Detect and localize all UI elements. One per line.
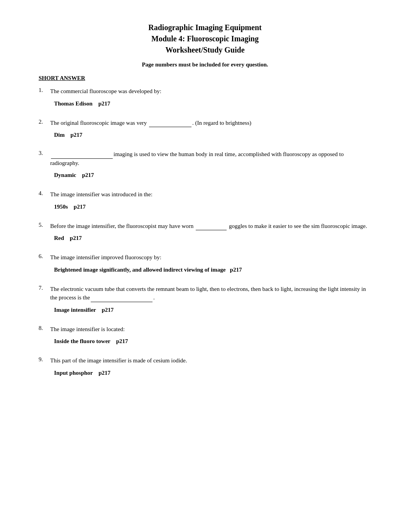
question-item-2: 2. The original fluoroscopic image was v…	[39, 119, 371, 143]
answer-row-5: Red p217	[54, 235, 371, 241]
question-text-7: The electronic vacuum tube that converts…	[50, 285, 371, 302]
question-row-5: 5. Before the image intensifier, the flu…	[39, 222, 371, 231]
sub-title: Module 4: Fluoroscopic Imaging	[39, 34, 371, 43]
answer-row-8: Inside the fluoro tower p217	[54, 338, 371, 345]
answer-page-9: p217	[98, 370, 110, 376]
answer-page-5: p217	[70, 235, 82, 241]
answer-text-8: Inside the fluoro tower	[54, 338, 110, 344]
answer-page-1: p217	[98, 100, 110, 107]
answer-text-7: Image intensifier	[54, 307, 96, 313]
answer-row-6: Brightened image significantly, and allo…	[54, 267, 371, 273]
question-text-9: This part of the image intensifier is ma…	[50, 356, 371, 365]
questions-list: 1. The commercial fluoroscope was develo…	[39, 87, 371, 380]
page-header: Radiographic Imaging Equipment Module 4:…	[39, 23, 371, 54]
question-row-6: 6. The image intensifier improved fluoro…	[39, 253, 371, 262]
question-text-4: The image intensifier was introduced in …	[50, 190, 371, 199]
question-number-8: 8.	[39, 325, 50, 331]
question-item-1: 1. The commercial fluoroscope was develo…	[39, 87, 371, 111]
question-item-9: 9. This part of the image intensifier is…	[39, 356, 371, 380]
answer-text-4: 1950s	[54, 204, 68, 210]
answer-page-2: p217	[71, 132, 83, 138]
answer-text-6: Brightened image significantly, and allo…	[54, 267, 225, 273]
question-item-7: 7. The electronic vacuum tube that conve…	[39, 285, 371, 317]
question-row-1: 1. The commercial fluoroscope was develo…	[39, 87, 371, 96]
question-text-6: The image intensifier improved fluorosco…	[50, 253, 371, 262]
question-text-5: Before the image intensifier, the fluoro…	[50, 222, 371, 231]
answer-text-2: Dim	[54, 132, 65, 138]
answer-row-1: Thomas Edison p217	[54, 100, 371, 107]
answer-text-9: Input phosphor	[54, 370, 93, 376]
question-item-5: 5. Before the image intensifier, the flu…	[39, 222, 371, 246]
answer-page-8: p217	[116, 338, 128, 344]
answer-row-2: Dim p217	[54, 132, 371, 138]
question-number-1: 1.	[39, 87, 50, 93]
main-title: Radiographic Imaging Equipment	[39, 23, 371, 32]
question-text-1: The commercial fluoroscope was developed…	[50, 87, 371, 96]
blank-7	[91, 296, 152, 302]
question-number-4: 4.	[39, 190, 50, 197]
answer-row-3: Dynamic p217	[54, 172, 371, 178]
question-row-2: 2. The original fluoroscopic image was v…	[39, 119, 371, 127]
question-text-2: The original fluoroscopic image was very…	[50, 119, 371, 127]
question-row-7: 7. The electronic vacuum tube that conve…	[39, 285, 371, 302]
question-row-8: 8. The image intensifier is located:	[39, 325, 371, 334]
answer-row-4: 1950s p217	[54, 204, 371, 210]
section-label: SHORT ANSWER	[39, 75, 371, 82]
answer-page-6: p217	[230, 267, 242, 273]
answer-page-3: p217	[82, 172, 94, 178]
question-row-9: 9. This part of the image intensifier is…	[39, 356, 371, 365]
question-row-3: 3. imaging is used to view the human bod…	[39, 150, 371, 167]
answer-row-9: Input phosphor p217	[54, 370, 371, 376]
question-text-8: The image intensifier is located:	[50, 325, 371, 334]
question-item-6: 6. The image intensifier improved fluoro…	[39, 253, 371, 277]
question-text-3: imaging is used to view the human body i…	[50, 150, 371, 167]
question-number-3: 3.	[39, 150, 50, 156]
answer-page-7: p217	[102, 307, 114, 313]
answer-text-3: Dynamic	[54, 172, 76, 178]
page-numbers-note: Page numbers must be included for every …	[39, 61, 371, 68]
question-row-4: 4. The image intensifier was introduced …	[39, 190, 371, 199]
question-number-5: 5.	[39, 222, 50, 228]
blank-3	[51, 153, 113, 159]
question-item-4: 4. The image intensifier was introduced …	[39, 190, 371, 214]
blank-2	[149, 121, 191, 127]
answer-text-1: Thomas Edison	[54, 100, 93, 107]
answer-row-7: Image intensifier p217	[54, 307, 371, 313]
question-item-8: 8. The image intensifier is located: Ins…	[39, 325, 371, 349]
question-number-6: 6.	[39, 253, 50, 260]
question-number-9: 9.	[39, 356, 50, 363]
question-item-3: 3. imaging is used to view the human bod…	[39, 150, 371, 182]
question-number-7: 7.	[39, 285, 50, 291]
blank-5	[196, 224, 227, 230]
question-number-2: 2.	[39, 119, 50, 125]
answer-text-5: Red	[54, 235, 64, 241]
answer-page-4: p217	[74, 204, 86, 210]
worksheet-title: Worksheet/Study Guide	[39, 46, 371, 54]
